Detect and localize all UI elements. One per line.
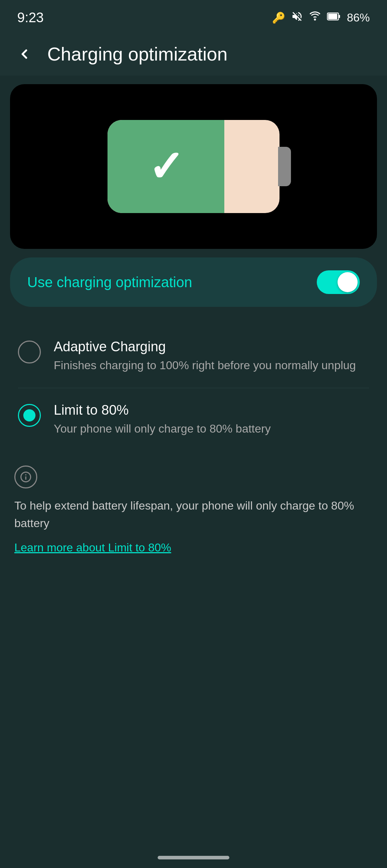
limit-80-option[interactable]: Limit to 80% Your phone will only charge… (14, 392, 373, 448)
adaptive-charging-text: Adaptive Charging Finishes charging to 1… (54, 339, 369, 373)
toggle-thumb (338, 272, 358, 292)
battery-illustration-card: ✓ (10, 84, 377, 249)
svg-rect-2 (328, 14, 338, 19)
limit-80-radio[interactable] (18, 404, 41, 427)
adaptive-charging-desc: Finishes charging to 100% right before y… (54, 357, 369, 373)
status-icons: 🔑 86% (272, 10, 370, 25)
svg-rect-1 (339, 15, 340, 18)
limit-80-title: Limit to 80% (54, 402, 369, 418)
status-time: 9:23 (17, 10, 44, 25)
info-circle-icon (19, 471, 32, 483)
home-indicator (158, 856, 229, 859)
adaptive-charging-option[interactable]: Adaptive Charging Finishes charging to 1… (14, 328, 373, 384)
app-bar: Charging optimization (0, 33, 387, 76)
toggle-track (317, 270, 360, 294)
options-section: Adaptive Charging Finishes charging to 1… (0, 314, 387, 455)
charging-optimization-toggle[interactable] (317, 270, 360, 294)
battery-icon (327, 10, 341, 25)
checkmark-icon: ✓ (148, 145, 184, 188)
learn-more-link[interactable]: Learn more about Limit to 80% (14, 541, 171, 554)
info-body-text: To help extend battery lifespan, your ph… (14, 497, 373, 532)
battery-fill: ✓ (108, 120, 224, 213)
charging-optimization-toggle-card[interactable]: Use charging optimization (10, 257, 377, 307)
battery-terminal (278, 147, 291, 186)
wifi-icon (309, 10, 321, 25)
info-icon (14, 466, 37, 488)
battery-percent: 86% (347, 11, 370, 24)
limit-80-text: Limit to 80% Your phone will only charge… (54, 402, 369, 437)
back-button[interactable] (14, 44, 34, 64)
battery-illustration: ✓ (108, 120, 280, 213)
back-arrow-icon (17, 47, 32, 62)
main-content: ✓ Use charging optimization Adaptive Cha… (0, 84, 387, 569)
mute-icon (291, 10, 303, 25)
radio-selected-dot (23, 409, 35, 421)
limit-80-desc: Your phone will only charge to 80% batte… (54, 421, 369, 437)
key-icon: 🔑 (272, 11, 285, 24)
info-section: To help extend battery lifespan, your ph… (0, 455, 387, 569)
option-divider (18, 388, 369, 388)
toggle-label: Use charging optimization (27, 274, 192, 290)
adaptive-charging-title: Adaptive Charging (54, 339, 369, 355)
status-bar: 9:23 🔑 86% (0, 0, 387, 33)
adaptive-charging-radio[interactable] (18, 341, 41, 363)
page-title: Charging optimization (47, 43, 228, 65)
info-icon-row (14, 466, 373, 488)
battery-body: ✓ (108, 120, 280, 213)
